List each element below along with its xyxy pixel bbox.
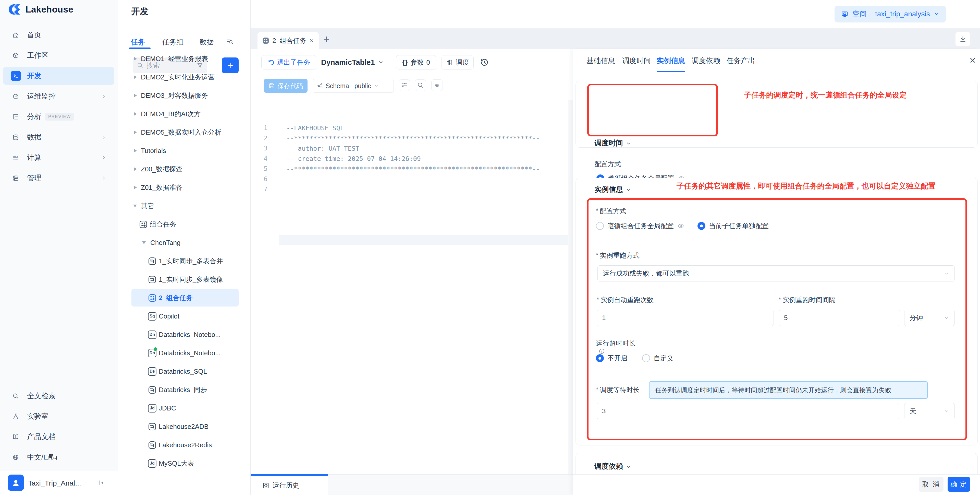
sidebar-item-develop[interactable]: 开发 xyxy=(0,65,118,86)
tree-folder-other[interactable]: 其它 xyxy=(118,197,251,215)
tree-item[interactable]: DsDatabricks_SQL xyxy=(118,362,251,380)
sidebar-item-language[interactable]: 中文/En 中 En xyxy=(0,447,118,468)
sidebar-item-label: 分析 xyxy=(27,112,41,121)
download-button[interactable] xyxy=(956,32,970,46)
version-history-icon[interactable] xyxy=(480,58,489,67)
tree-item[interactable]: DnDatabricks_Notebo... xyxy=(118,326,251,344)
retry-interval-unit-select[interactable]: 分钟 xyxy=(904,310,955,326)
sidebar-item-lab[interactable]: 实验室 xyxy=(0,406,118,426)
radio-selected[interactable] xyxy=(596,354,604,362)
rerun-mode-select[interactable]: 运行成功或失败，都可以重跑 xyxy=(597,265,955,281)
tree-item[interactable]: DEMO1_经营业务报表 xyxy=(118,50,251,68)
tree-folder-chentang[interactable]: ChenTang xyxy=(118,233,251,252)
tab-instance-info[interactable]: 实例信息 xyxy=(657,56,685,65)
lakehouse-logo[interactable]: Lakehouse xyxy=(9,3,73,15)
save-code-button[interactable]: 保存代码 xyxy=(264,79,307,93)
radio-selected[interactable] xyxy=(697,222,705,230)
tree-item[interactable]: 1_实时同步_多表合并 xyxy=(118,252,251,270)
parameters-button[interactable]: {} 参数 0 xyxy=(396,55,436,69)
tab-task-output[interactable]: 任务产出 xyxy=(727,56,755,65)
wait-time-unit-select[interactable]: 天 xyxy=(904,403,955,419)
wait-time-input[interactable] xyxy=(597,403,899,419)
sidebar-item-analysis[interactable]: 分析 PREVIEW xyxy=(0,107,118,127)
tree-item[interactable]: Databricks_同步 xyxy=(118,380,251,399)
tree-item[interactable]: DEMO4_BI的AI次方 xyxy=(118,105,251,123)
caret-right-icon[interactable] xyxy=(134,75,137,79)
tree-item-composite-task[interactable]: 组合任务 xyxy=(118,215,251,233)
sidebar-item-data[interactable]: 数据 xyxy=(0,127,118,147)
tree-item[interactable]: DEMO2_实时化业务运营 xyxy=(118,68,251,86)
tree-item[interactable]: 1_实时同步_多表镜像 xyxy=(118,270,251,289)
run-history-tab[interactable]: 运行历史 xyxy=(251,474,328,495)
sidebar-item-label: 首页 xyxy=(27,30,41,40)
format-code-button[interactable] xyxy=(399,80,410,91)
tree-item[interactable]: Lakehouse2Redis xyxy=(118,436,251,454)
tab-data[interactable]: 数据 xyxy=(200,37,214,47)
tree-item[interactable]: DEMO5_数据实时入仓分析 xyxy=(118,123,251,142)
close-panel-icon[interactable] xyxy=(969,56,977,64)
caret-right-icon[interactable] xyxy=(134,149,137,152)
schedule-time-section-header[interactable]: 调度时间 xyxy=(594,138,631,148)
space-selector[interactable]: 空间 taxi_trip_analysis xyxy=(835,6,946,22)
tab-tasks[interactable]: 任务 xyxy=(130,37,145,47)
sidebar-item-fulltext-search[interactable]: 全文检索 xyxy=(0,386,118,406)
caret-right-icon[interactable] xyxy=(134,112,137,116)
user-name[interactable]: Taxi_Trip_Anal... xyxy=(28,479,81,487)
tab-schedule-time[interactable]: 调度时间 xyxy=(622,56,651,65)
caret-right-icon[interactable] xyxy=(134,186,137,189)
caret-down-icon[interactable] xyxy=(142,241,146,244)
tree-item[interactable]: Z01_数据准备 xyxy=(118,178,251,197)
caret-down-icon[interactable] xyxy=(133,204,137,208)
tree-item[interactable]: Tutorials xyxy=(118,142,251,160)
retry-interval-input[interactable] xyxy=(779,310,900,326)
cancel-button[interactable]: 取 消 xyxy=(919,477,943,492)
instance-info-section-header[interactable]: 实例信息 xyxy=(594,185,631,194)
code-editor[interactable]: 1--LAKEHOUSE SQL 2--********************… xyxy=(251,100,573,474)
collapse-sidebar-icon[interactable] xyxy=(98,479,105,486)
shortcuts-button[interactable] xyxy=(431,80,443,91)
close-tab-icon[interactable] xyxy=(309,38,314,43)
tree-item[interactable]: Lakehouse2ADB xyxy=(118,417,251,436)
tree-item[interactable]: JdMySQL大表 xyxy=(118,454,251,473)
caret-right-icon[interactable] xyxy=(134,167,137,171)
radio-unselected[interactable] xyxy=(642,354,650,362)
tab-basic-info[interactable]: 基础信息 xyxy=(587,56,615,65)
editor-scrollbar[interactable] xyxy=(568,100,573,474)
schema-selector[interactable]: Schema public xyxy=(313,79,394,93)
tree-item[interactable]: SqCopilot xyxy=(118,307,251,326)
avatar[interactable] xyxy=(8,474,24,491)
tree-item-selected[interactable]: 2_组合任务 xyxy=(118,289,251,307)
sidebar-item-home[interactable]: 首页 xyxy=(0,25,118,45)
sidebar-item-docs[interactable]: 产品文档 xyxy=(0,426,118,447)
caret-right-icon[interactable] xyxy=(134,94,137,97)
sidebar-item-label: 全文检索 xyxy=(27,391,56,401)
schedule-dependency-section-header[interactable]: 调度依赖 xyxy=(594,461,631,471)
panel-title: 开发 xyxy=(131,6,148,18)
sidebar-item-manage[interactable]: 管理 xyxy=(0,168,118,188)
retry-count-input[interactable] xyxy=(597,310,774,326)
jdbc-task-icon: Jd xyxy=(148,459,156,468)
tree-item[interactable]: DEMO3_对客数据服务 xyxy=(118,86,251,105)
radio-unselected[interactable] xyxy=(596,222,604,230)
editor-search-button[interactable] xyxy=(415,80,426,91)
tree-item[interactable]: DnDatabricks_Notebo... xyxy=(118,344,251,362)
search-icon xyxy=(417,82,424,89)
caret-right-icon[interactable] xyxy=(134,131,137,134)
schema-label: Schema xyxy=(326,82,349,89)
list-search-icon[interactable] xyxy=(226,38,234,45)
tree-item[interactable]: JdJDBC xyxy=(118,399,251,417)
tab-schedule-dependency[interactable]: 调度依赖 xyxy=(692,56,720,65)
tab-task-groups[interactable]: 任务组 xyxy=(162,37,183,47)
exit-subtask-button[interactable]: 退出子任务 xyxy=(261,55,316,69)
schedule-button[interactable]: 调度 xyxy=(442,55,474,69)
new-tab-button[interactable]: + xyxy=(323,33,329,45)
tree-item[interactable]: Z00_数据探查 xyxy=(118,160,251,178)
eye-icon[interactable] xyxy=(677,222,684,229)
editor-tab-active[interactable]: 2_组合任务 xyxy=(258,32,319,49)
caret-right-icon[interactable] xyxy=(134,57,137,61)
confirm-button[interactable]: 确 定 xyxy=(948,477,970,492)
sidebar-item-ops-monitor[interactable]: 运维监控 xyxy=(0,86,118,107)
sidebar-item-compute[interactable]: 计算 xyxy=(0,147,118,168)
sidebar-item-workspace[interactable]: 工作区 xyxy=(0,45,118,65)
table-selector[interactable]: DynamicTable1 xyxy=(321,55,383,69)
